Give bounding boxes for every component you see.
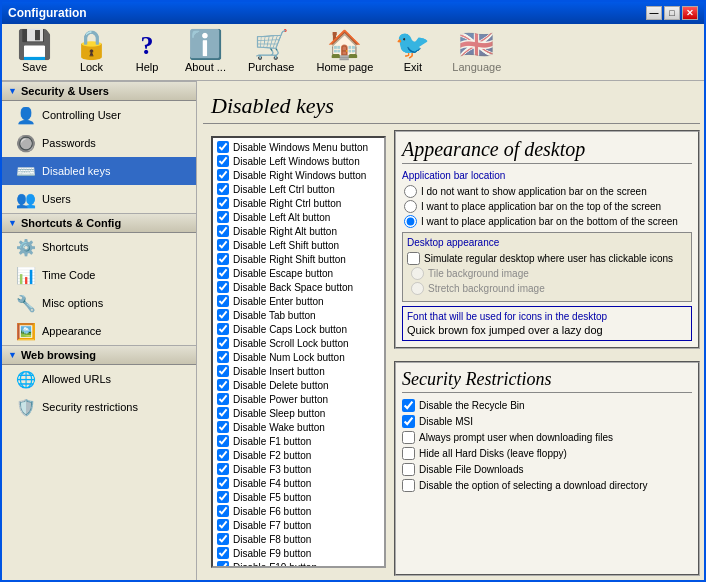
key-checkbox-k5[interactable]: [217, 197, 229, 209]
sidebar-item-users[interactable]: 👥 Users: [2, 185, 196, 213]
sidebar-item-misc-options[interactable]: 🔧 Misc options: [2, 289, 196, 317]
key-label-k1: Disable Windows Menu button: [233, 142, 368, 153]
lock-button[interactable]: 🔒 Lock: [65, 28, 118, 76]
minimize-button[interactable]: —: [646, 6, 662, 20]
save-button[interactable]: 💾 Save: [8, 28, 61, 76]
key-item-k18: Disable Delete button: [215, 378, 382, 392]
key-checkbox-k27[interactable]: [217, 505, 229, 517]
allowed-urls-icon: 🌐: [16, 369, 36, 389]
key-checkbox-k25[interactable]: [217, 477, 229, 489]
key-checkbox-k9[interactable]: [217, 253, 229, 265]
key-checkbox-k13[interactable]: [217, 309, 229, 321]
sidebar-item-security-restrictions[interactable]: 🛡️ Security restrictions: [2, 393, 196, 421]
security-checkbox-s5[interactable]: [402, 463, 415, 476]
security-checkbox-s4[interactable]: [402, 447, 415, 460]
key-checkbox-k21[interactable]: [217, 421, 229, 433]
key-checkbox-k22[interactable]: [217, 435, 229, 447]
key-checkbox-k12[interactable]: [217, 295, 229, 307]
key-checkbox-k23[interactable]: [217, 449, 229, 461]
key-checkbox-k28[interactable]: [217, 519, 229, 531]
font-preview: Quick brown fox jumped over a lazy dog: [407, 324, 687, 336]
sidebar-label-time-code: Time Code: [42, 269, 95, 281]
sidebar-item-controlling-user[interactable]: 👤 Controlling User: [2, 101, 196, 129]
appearance-section: Appearance of desktop Application bar lo…: [394, 130, 700, 349]
key-checkbox-k3[interactable]: [217, 169, 229, 181]
key-checkbox-k10[interactable]: [217, 267, 229, 279]
key-label-k6: Disable Left Alt button: [233, 212, 330, 223]
sidebar-label-appearance: Appearance: [42, 325, 101, 337]
simulate-checkbox[interactable]: [407, 252, 420, 265]
exit-icon: 🐦: [395, 31, 430, 59]
security-checkbox-s6[interactable]: [402, 479, 415, 492]
key-checkbox-k19[interactable]: [217, 393, 229, 405]
key-checkbox-k29[interactable]: [217, 533, 229, 545]
language-label: Language: [452, 61, 501, 73]
close-button[interactable]: ✕: [682, 6, 698, 20]
homepage-button[interactable]: 🏠 Home page: [307, 28, 382, 76]
radio-top-bar-label: I want to place application bar on the t…: [421, 201, 661, 212]
language-icon: 🇬🇧: [459, 31, 494, 59]
security-checkbox-s2[interactable]: [402, 415, 415, 428]
homepage-label: Home page: [316, 61, 373, 73]
key-checkbox-k11[interactable]: [217, 281, 229, 293]
sidebar-section-shortcuts: ▼ Shortcuts & Config: [2, 213, 196, 233]
key-checkbox-k15[interactable]: [217, 337, 229, 349]
security-item-s5: Disable File Downloads: [402, 463, 692, 476]
key-checkbox-k7[interactable]: [217, 225, 229, 237]
radio-no-bar[interactable]: I do not want to show application bar on…: [402, 185, 692, 198]
security-label-s6: Disable the option of selecting a downlo…: [419, 480, 647, 491]
key-checkbox-k6[interactable]: [217, 211, 229, 223]
key-label-k19: Disable Power button: [233, 394, 328, 405]
key-checkbox-k24[interactable]: [217, 463, 229, 475]
security-checkbox-s1[interactable]: [402, 399, 415, 412]
sidebar-item-shortcuts[interactable]: ⚙️ Shortcuts: [2, 233, 196, 261]
security-label-s5: Disable File Downloads: [419, 464, 524, 475]
purchase-button[interactable]: 🛒 Purchase: [239, 28, 303, 76]
key-checkbox-k16[interactable]: [217, 351, 229, 363]
key-label-k15: Disable Scroll Lock button: [233, 338, 349, 349]
radio-top-bar[interactable]: I want to place application bar on the t…: [402, 200, 692, 213]
key-item-k23: Disable F2 button: [215, 448, 382, 462]
toolbar: 💾 Save 🔒 Lock ? Help ℹ️ About ... 🛒 Purc…: [2, 24, 704, 81]
radio-no-bar-label: I do not want to show application bar on…: [421, 186, 647, 197]
key-checkbox-k1[interactable]: [217, 141, 229, 153]
purchase-icon: 🛒: [254, 31, 289, 59]
key-checkbox-k30[interactable]: [217, 547, 229, 559]
key-checkbox-k20[interactable]: [217, 407, 229, 419]
sidebar-item-disabled-keys[interactable]: ⌨️ Disabled keys: [2, 157, 196, 185]
font-section-label: Font that will be used for icons in the …: [407, 311, 687, 322]
key-checkbox-k4[interactable]: [217, 183, 229, 195]
radio-no-bar-input[interactable]: [404, 185, 417, 198]
radio-bottom-bar-input[interactable]: [404, 215, 417, 228]
radio-bottom-bar[interactable]: I want to place application bar on the b…: [402, 215, 692, 228]
key-checkbox-k2[interactable]: [217, 155, 229, 167]
key-label-k25: Disable F4 button: [233, 478, 311, 489]
language-button[interactable]: 🇬🇧 Language: [443, 28, 510, 76]
sidebar-item-appearance[interactable]: 🖼️ Appearance: [2, 317, 196, 345]
security-checkbox-s3[interactable]: [402, 431, 415, 444]
maximize-button[interactable]: □: [664, 6, 680, 20]
key-checkbox-k14[interactable]: [217, 323, 229, 335]
key-checkbox-k17[interactable]: [217, 365, 229, 377]
key-checkbox-k18[interactable]: [217, 379, 229, 391]
key-checkbox-k26[interactable]: [217, 491, 229, 503]
sidebar-item-passwords[interactable]: 🔘 Passwords: [2, 129, 196, 157]
security-item-s2: Disable MSI: [402, 415, 692, 428]
sidebar-section-label-web: Web browsing: [21, 349, 96, 361]
key-checkbox-k8[interactable]: [217, 239, 229, 251]
tile-radio: [411, 267, 424, 280]
stretch-radio: [411, 282, 424, 295]
sidebar-item-time-code[interactable]: 📊 Time Code: [2, 261, 196, 289]
key-checkbox-k31[interactable]: [217, 561, 229, 568]
simulate-checkbox-item[interactable]: Simulate regular desktop where user has …: [407, 252, 687, 265]
security-restrictions-icon: 🛡️: [16, 397, 36, 417]
key-label-k4: Disable Left Ctrl button: [233, 184, 335, 195]
help-button[interactable]: ? Help: [122, 30, 172, 76]
help-label: Help: [136, 61, 159, 73]
about-button[interactable]: ℹ️ About ...: [176, 28, 235, 76]
radio-top-bar-input[interactable]: [404, 200, 417, 213]
users-icon: 👥: [16, 189, 36, 209]
exit-button[interactable]: 🐦 Exit: [386, 28, 439, 76]
sidebar-item-allowed-urls[interactable]: 🌐 Allowed URLs: [2, 365, 196, 393]
sidebar: ▼ Security & Users 👤 Controlling User 🔘 …: [2, 81, 197, 580]
